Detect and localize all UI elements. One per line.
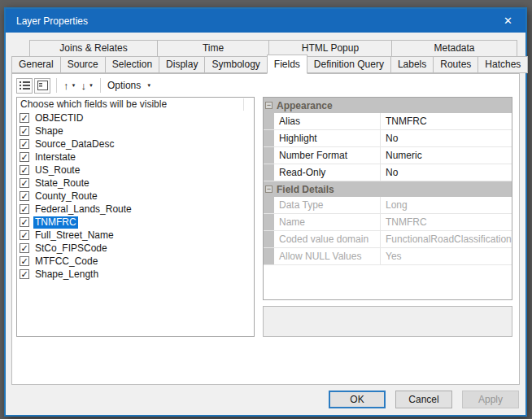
collapse-icon[interactable]: − [265, 102, 273, 109]
property-value: Yes [381, 248, 512, 264]
list-item[interactable]: ✓ Interstate [17, 151, 254, 164]
fields-content: Choose which fields will be visible ✓ OB… [15, 97, 519, 384]
chevron-down-icon: ▼ [146, 83, 151, 88]
tab-joins-relates[interactable]: Joins & Relates [29, 40, 158, 57]
chevron-down-icon[interactable]: ▼ [89, 83, 94, 88]
tab-general[interactable]: General [11, 56, 61, 73]
list-item-selected[interactable]: ✓ TNMFRC [17, 216, 254, 229]
window-title: Layer Properties [16, 15, 499, 27]
checkbox-checked-icon[interactable]: ✓ [20, 217, 29, 227]
list-item[interactable]: ✓ OBJECTID [17, 111, 254, 124]
checkbox-checked-icon[interactable]: ✓ [20, 178, 29, 188]
property-row: Coded value domain FunctionalRoadClassif… [264, 231, 512, 248]
fields-list-header: Choose which fields will be visible [17, 98, 254, 111]
checkbox-checked-icon[interactable]: ✓ [20, 113, 29, 123]
list-item[interactable]: ✓ US_Route [17, 164, 254, 177]
checkbox-checked-icon[interactable]: ✓ [20, 243, 29, 253]
checkbox-checked-icon[interactable]: ✓ [20, 126, 29, 136]
list-item[interactable]: ✓ Federal_Lands_Route [17, 203, 254, 216]
property-value[interactable]: Numeric [381, 147, 512, 164]
list-view-button[interactable] [16, 78, 33, 94]
cancel-button[interactable]: Cancel [395, 391, 452, 408]
property-row: Allow NULL Values Yes [264, 248, 512, 265]
row-gutter [264, 248, 274, 264]
list-item[interactable]: ✓ Full_Street_Name [17, 229, 254, 242]
chevron-down-icon[interactable]: ▼ [72, 83, 76, 88]
options-button[interactable]: Options ▼ [105, 77, 154, 94]
list-item[interactable]: ✓ StCo_FIPSCode [17, 242, 254, 255]
field-label[interactable]: Federal_Lands_Route [33, 203, 133, 216]
field-label[interactable]: Source_DataDesc [33, 138, 116, 151]
tab-display[interactable]: Display [159, 56, 205, 73]
checkbox-checked-icon[interactable]: ✓ [20, 191, 29, 201]
tab-labels[interactable]: Labels [390, 56, 434, 73]
column-divider [243, 98, 244, 111]
row-gutter [264, 130, 274, 146]
details-view-button[interactable] [34, 78, 50, 94]
section-title: Appearance [274, 100, 333, 111]
checkbox-checked-icon[interactable]: ✓ [20, 139, 29, 149]
field-label[interactable]: US_Route [33, 164, 81, 177]
list-item[interactable]: ✓ Shape [17, 124, 254, 137]
tab-hatches[interactable]: Hatches [477, 56, 528, 73]
apply-button: Apply [462, 391, 519, 408]
details-view-icon [37, 81, 48, 90]
tab-selection[interactable]: Selection [105, 56, 159, 73]
field-label[interactable]: State_Route [33, 177, 91, 190]
tab-routes[interactable]: Routes [433, 56, 478, 73]
field-label[interactable]: Shape [33, 125, 65, 137]
collapse-icon[interactable]: − [265, 185, 273, 193]
checkbox-checked-icon[interactable]: ✓ [20, 256, 29, 266]
property-label: Name [274, 214, 381, 230]
move-up-button[interactable]: ↑ ▼ [61, 77, 78, 94]
ok-button[interactable]: OK [329, 391, 386, 408]
field-properties-grid: − Appearance Alias TNMFRC Highlight No [263, 97, 512, 300]
list-item[interactable]: ✓ Shape_Length [17, 268, 254, 281]
section-gutter: − [264, 181, 274, 197]
checkbox-checked-icon[interactable]: ✓ [20, 269, 29, 279]
checkbox-checked-icon[interactable]: ✓ [20, 204, 29, 214]
property-value[interactable]: No [381, 164, 512, 181]
list-item[interactable]: ✓ Source_DataDesc [17, 137, 254, 151]
toolbar-separator [100, 78, 101, 93]
field-label[interactable]: MTFCC_Code [33, 255, 99, 268]
property-value: FunctionalRoadClassification [381, 231, 512, 247]
title-bar[interactable]: Layer Properties ✕ [6, 9, 525, 33]
row-gutter [264, 164, 274, 181]
field-label[interactable]: Full_Street_Name [33, 229, 116, 242]
field-label[interactable]: Shape_Length [33, 268, 100, 281]
property-row: Read-Only No [264, 164, 512, 181]
list-item[interactable]: ✓ MTFCC_Code [17, 255, 254, 268]
fields-toolbar: ↑ ▼ ↓ ▼ Options ▼ [15, 76, 519, 97]
section-title: Field Details [274, 184, 334, 195]
property-label: Highlight [274, 130, 381, 146]
checkbox-checked-icon[interactable]: ✓ [20, 165, 29, 175]
property-row: Data Type Long [264, 197, 512, 214]
field-label[interactable]: StCo_FIPSCode [33, 242, 109, 255]
property-value: Long [381, 197, 512, 213]
checkbox-checked-icon[interactable]: ✓ [20, 152, 29, 162]
field-label[interactable]: TNMFRC [33, 216, 78, 229]
property-value[interactable]: No [381, 130, 512, 146]
close-icon[interactable]: ✕ [499, 15, 517, 27]
toolbar-separator [56, 78, 57, 93]
list-item[interactable]: ✓ County_Route [17, 190, 254, 203]
property-value: TNMFRC [381, 214, 512, 230]
property-row: Alias TNMFRC [264, 113, 512, 130]
tab-source[interactable]: Source [60, 56, 106, 73]
field-label[interactable]: OBJECTID [33, 112, 85, 124]
tab-metadata[interactable]: Metadata [391, 40, 517, 57]
field-label[interactable]: County_Route [33, 190, 99, 203]
tab-fields[interactable]: Fields [267, 55, 307, 74]
tab-symbology[interactable]: Symbology [204, 56, 267, 73]
tab-time[interactable]: Time [157, 40, 269, 57]
visible-fields-list[interactable]: Choose which fields will be visible ✓ OB… [16, 97, 255, 337]
section-gutter: − [264, 98, 274, 113]
tab-definition-query[interactable]: Definition Query [307, 56, 391, 73]
list-item[interactable]: ✓ State_Route [17, 177, 254, 190]
section-header-field-details: − Field Details [264, 181, 512, 197]
move-down-button[interactable]: ↓ ▼ [78, 77, 95, 94]
field-label[interactable]: Interstate [33, 151, 77, 164]
property-value[interactable]: TNMFRC [381, 113, 512, 129]
checkbox-checked-icon[interactable]: ✓ [20, 230, 29, 240]
